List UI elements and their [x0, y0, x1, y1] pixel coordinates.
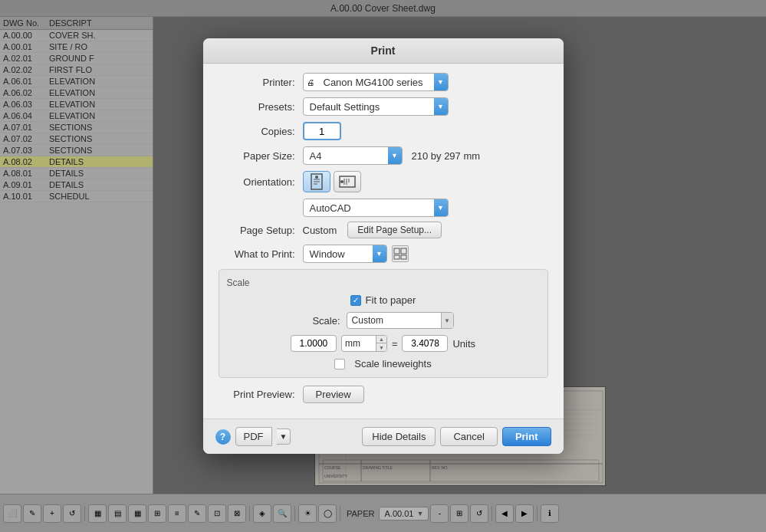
svg-rect-31: [401, 255, 406, 259]
unit-select[interactable]: mm ▲ ▼: [341, 335, 387, 352]
print-button[interactable]: Print: [502, 427, 551, 446]
presets-row: Presets: Default Settings ▼: [219, 97, 548, 116]
orientation-portrait-btn[interactable]: [303, 171, 330, 192]
scale-num-input[interactable]: [291, 335, 337, 352]
what-to-print-icon[interactable]: [392, 245, 409, 262]
copies-label: Copies:: [219, 126, 303, 137]
printer-label: Printer:: [219, 77, 303, 88]
scale-arrow[interactable]: ▼: [441, 312, 453, 329]
help-button[interactable]: ?: [215, 429, 231, 445]
presets-label: Presets:: [219, 101, 303, 113]
landscape-icon: [339, 175, 356, 189]
portrait-icon: [310, 173, 324, 190]
printer-arrow[interactable]: ▼: [434, 73, 448, 91]
what-to-print-value: Window: [304, 248, 373, 260]
orientation-row: Orientation:: [219, 171, 548, 192]
fit-to-paper-checkbox[interactable]: ✓: [350, 295, 361, 306]
orientation-control: [303, 171, 548, 192]
autocad-arrow[interactable]: ▼: [434, 199, 448, 217]
unit-up-arrow[interactable]: ▲: [376, 335, 386, 343]
hide-details-button[interactable]: Hide Details: [362, 427, 436, 446]
units-row: mm ▲ ▼ = Units: [227, 335, 540, 352]
orientation-buttons: [303, 171, 361, 192]
svg-point-27: [340, 180, 344, 183]
paper-size-arrow[interactable]: ▼: [388, 146, 402, 165]
scale-select[interactable]: Custom ▼: [347, 312, 454, 329]
print-preview-row: Print Preview: Preview: [219, 386, 548, 403]
unit-arrows[interactable]: ▲ ▼: [376, 335, 386, 352]
paper-dimensions: 210 by 297 mm: [412, 150, 481, 162]
units-num-input[interactable]: [402, 335, 448, 352]
dialog-overlay: Print Printer: 🖨 Canon MG4100 series ▼ P…: [0, 0, 766, 532]
page-setup-label: Page Setup:: [219, 225, 303, 236]
equals-sign: =: [392, 338, 398, 350]
scale-value: Custom: [347, 315, 441, 326]
what-to-print-control: Window ▼: [303, 245, 548, 263]
what-to-print-select[interactable]: Window ▼: [303, 245, 387, 263]
dialog-body: Printer: 🖨 Canon MG4100 series ▼ Presets…: [203, 64, 564, 419]
cancel-button[interactable]: Cancel: [440, 427, 497, 446]
paper-size-control: A4 ▼ 210 by 297 mm: [303, 146, 548, 165]
orientation-label: Orientation:: [219, 176, 303, 188]
page-setup-control: Custom Edit Page Setup...: [303, 222, 548, 238]
autocad-row: AutoCAD ▼: [219, 199, 548, 217]
page-setup-value: Custom: [303, 225, 337, 236]
presets-value: Default Settings: [304, 101, 434, 113]
presets-select[interactable]: Default Settings ▼: [303, 97, 449, 116]
printer-select[interactable]: 🖨 Canon MG4100 series ▼: [303, 73, 449, 91]
svg-point-22: [315, 176, 318, 179]
pdf-arrow-button[interactable]: ▼: [277, 429, 291, 445]
scale-lineweights-row: Scale lineweights: [227, 358, 540, 369]
scale-lineweights-checkbox[interactable]: [334, 359, 345, 369]
scale-section: Scale ✓ Fit to paper Scale: Custom ▼: [219, 269, 548, 378]
paper-size-row: Paper Size: A4 ▼ 210 by 297 mm: [219, 146, 548, 165]
what-to-print-row: What to Print: Window ▼: [219, 245, 548, 263]
what-to-print-arrow[interactable]: ▼: [373, 245, 386, 263]
fit-to-paper-row: ✓ Fit to paper: [227, 294, 540, 306]
printer-row: Printer: 🖨 Canon MG4100 series ▼: [219, 73, 548, 91]
copies-input[interactable]: [303, 122, 341, 140]
presets-arrow[interactable]: ▼: [434, 97, 448, 116]
orientation-landscape-btn[interactable]: [334, 171, 361, 192]
preview-button[interactable]: Preview: [303, 386, 364, 403]
svg-rect-30: [394, 255, 399, 259]
printer-value: Canon MG4100 series: [317, 77, 434, 88]
fit-to-paper-label: Fit to paper: [366, 294, 416, 306]
dialog-title: Print: [203, 38, 564, 64]
copies-control: [303, 122, 548, 140]
scale-label: Scale:: [312, 315, 340, 327]
paper-size-value: A4: [304, 150, 388, 162]
scale-section-title: Scale: [227, 277, 540, 288]
units-label: Units: [452, 338, 475, 350]
print-preview-label: Print Preview:: [219, 389, 303, 400]
dialog-footer: ? PDF ▼ Hide Details Cancel Print: [203, 419, 564, 454]
edit-page-setup-button[interactable]: Edit Page Setup...: [347, 222, 442, 238]
autocad-select[interactable]: AutoCAD ▼: [303, 199, 449, 217]
svg-rect-28: [394, 248, 399, 254]
autocad-value: AutoCAD: [304, 202, 434, 214]
presets-control: Default Settings ▼: [303, 97, 548, 116]
what-to-print-label: What to Print:: [219, 248, 303, 260]
pdf-button[interactable]: PDF: [235, 427, 272, 446]
printer-icon: 🖨: [304, 78, 317, 87]
unit-down-arrow[interactable]: ▼: [376, 343, 386, 352]
paper-size-select[interactable]: A4 ▼: [303, 146, 403, 165]
scale-lineweights-label: Scale lineweights: [354, 358, 431, 369]
svg-rect-29: [401, 248, 406, 254]
printer-control: 🖨 Canon MG4100 series ▼: [303, 73, 548, 91]
paper-size-label: Paper Size:: [219, 150, 303, 162]
unit-value: mm: [342, 338, 376, 349]
copies-row: Copies:: [219, 122, 548, 140]
page-setup-row: Page Setup: Custom Edit Page Setup...: [219, 222, 548, 238]
print-dialog: Print Printer: 🖨 Canon MG4100 series ▼ P…: [203, 38, 564, 454]
scale-row: Scale: Custom ▼: [227, 312, 540, 329]
print-preview-control: Preview: [303, 386, 548, 403]
